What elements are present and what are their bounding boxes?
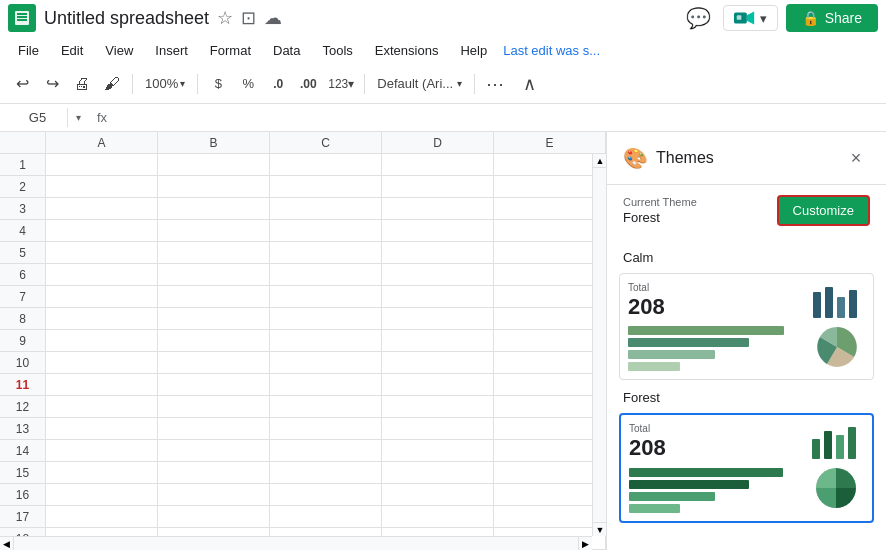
cell-b12[interactable]: [158, 396, 270, 417]
cell-a12[interactable]: [46, 396, 158, 417]
menu-extensions[interactable]: Extensions: [365, 41, 449, 60]
col-header-e[interactable]: E: [494, 132, 606, 153]
cell-c5[interactable]: [270, 242, 382, 263]
cell-a11[interactable]: [46, 374, 158, 395]
menu-file[interactable]: File: [8, 41, 49, 60]
cell-b2[interactable]: [158, 176, 270, 197]
cell-e8[interactable]: [494, 308, 606, 329]
cell-c14[interactable]: [270, 440, 382, 461]
cell-a6[interactable]: [46, 264, 158, 285]
cell-c6[interactable]: [270, 264, 382, 285]
meet-button[interactable]: ▾: [723, 5, 778, 31]
cell-b6[interactable]: [158, 264, 270, 285]
cell-e5[interactable]: [494, 242, 606, 263]
cell-b10[interactable]: [158, 352, 270, 373]
document-title[interactable]: Untitled spreadsheet: [44, 8, 209, 29]
cell-c4[interactable]: [270, 220, 382, 241]
cell-d17[interactable]: [382, 506, 494, 527]
calm-theme-card[interactable]: Total 208: [619, 273, 874, 380]
cell-b9[interactable]: [158, 330, 270, 351]
cell-b16[interactable]: [158, 484, 270, 505]
cell-e2[interactable]: [494, 176, 606, 197]
cell-d7[interactable]: [382, 286, 494, 307]
cell-e13[interactable]: [494, 418, 606, 439]
cell-a5[interactable]: [46, 242, 158, 263]
percent-button[interactable]: %: [234, 70, 262, 98]
cell-b14[interactable]: [158, 440, 270, 461]
cell-a15[interactable]: [46, 462, 158, 483]
cell-b1[interactable]: [158, 154, 270, 175]
cell-d4[interactable]: [382, 220, 494, 241]
cell-d11[interactable]: [382, 374, 494, 395]
cell-a16[interactable]: [46, 484, 158, 505]
cell-a2[interactable]: [46, 176, 158, 197]
cell-e1[interactable]: [494, 154, 606, 175]
cell-d9[interactable]: [382, 330, 494, 351]
cell-a1[interactable]: [46, 154, 158, 175]
cell-c17[interactable]: [270, 506, 382, 527]
cell-d6[interactable]: [382, 264, 494, 285]
cell-e14[interactable]: [494, 440, 606, 461]
zoom-selector[interactable]: 100% ▾: [139, 74, 191, 93]
menu-tools[interactable]: Tools: [312, 41, 362, 60]
decimal-decrease-button[interactable]: .0: [264, 70, 292, 98]
col-header-a[interactable]: A: [46, 132, 158, 153]
menu-data[interactable]: Data: [263, 41, 310, 60]
cloud-icon[interactable]: ☁: [264, 7, 282, 29]
cell-e17[interactable]: [494, 506, 606, 527]
cell-d1[interactable]: [382, 154, 494, 175]
cell-c12[interactable]: [270, 396, 382, 417]
cell-e10[interactable]: [494, 352, 606, 373]
col-header-c[interactable]: C: [270, 132, 382, 153]
format-123-button[interactable]: 123▾: [324, 70, 358, 98]
comment-button[interactable]: 💬: [683, 2, 715, 34]
cell-a4[interactable]: [46, 220, 158, 241]
menu-view[interactable]: View: [95, 41, 143, 60]
paint-format-button[interactable]: 🖌: [98, 70, 126, 98]
cell-e15[interactable]: [494, 462, 606, 483]
folder-icon[interactable]: ⊡: [241, 7, 256, 29]
last-edit-status[interactable]: Last edit was s...: [503, 43, 600, 58]
cell-c2[interactable]: [270, 176, 382, 197]
cell-b4[interactable]: [158, 220, 270, 241]
cell-c8[interactable]: [270, 308, 382, 329]
more-toolbar-button[interactable]: ⋯: [481, 70, 509, 98]
currency-button[interactable]: $: [204, 70, 232, 98]
cell-e3[interactable]: [494, 198, 606, 219]
cell-d15[interactable]: [382, 462, 494, 483]
collapse-toolbar-button[interactable]: ∧: [515, 70, 543, 98]
cell-a13[interactable]: [46, 418, 158, 439]
decimal-increase-button[interactable]: .00: [294, 70, 322, 98]
cell-d3[interactable]: [382, 198, 494, 219]
cell-b8[interactable]: [158, 308, 270, 329]
font-family-selector[interactable]: Default (Ari... ▾: [371, 74, 468, 93]
cell-e7[interactable]: [494, 286, 606, 307]
cell-d2[interactable]: [382, 176, 494, 197]
cell-c16[interactable]: [270, 484, 382, 505]
formula-input[interactable]: [119, 110, 878, 125]
cell-a17[interactable]: [46, 506, 158, 527]
cell-d14[interactable]: [382, 440, 494, 461]
cell-a10[interactable]: [46, 352, 158, 373]
cell-ref-dropdown-icon[interactable]: ▾: [72, 112, 85, 123]
scroll-right-button[interactable]: ▶: [578, 537, 592, 550]
menu-insert[interactable]: Insert: [145, 41, 198, 60]
cell-c7[interactable]: [270, 286, 382, 307]
scroll-up-button[interactable]: ▲: [593, 154, 606, 168]
cell-e6[interactable]: [494, 264, 606, 285]
redo-button[interactable]: ↪: [38, 70, 66, 98]
cell-c9[interactable]: [270, 330, 382, 351]
cell-c11[interactable]: [270, 374, 382, 395]
cell-e11[interactable]: [494, 374, 606, 395]
cell-c3[interactable]: [270, 198, 382, 219]
cell-b15[interactable]: [158, 462, 270, 483]
menu-help[interactable]: Help: [450, 41, 497, 60]
cell-d13[interactable]: [382, 418, 494, 439]
cell-reference-input[interactable]: G5: [8, 108, 68, 127]
print-button[interactable]: 🖨: [68, 70, 96, 98]
themes-close-button[interactable]: ×: [842, 144, 870, 172]
forest-theme-card[interactable]: Total 208: [619, 413, 874, 522]
cell-a8[interactable]: [46, 308, 158, 329]
cell-e9[interactable]: [494, 330, 606, 351]
cell-d16[interactable]: [382, 484, 494, 505]
